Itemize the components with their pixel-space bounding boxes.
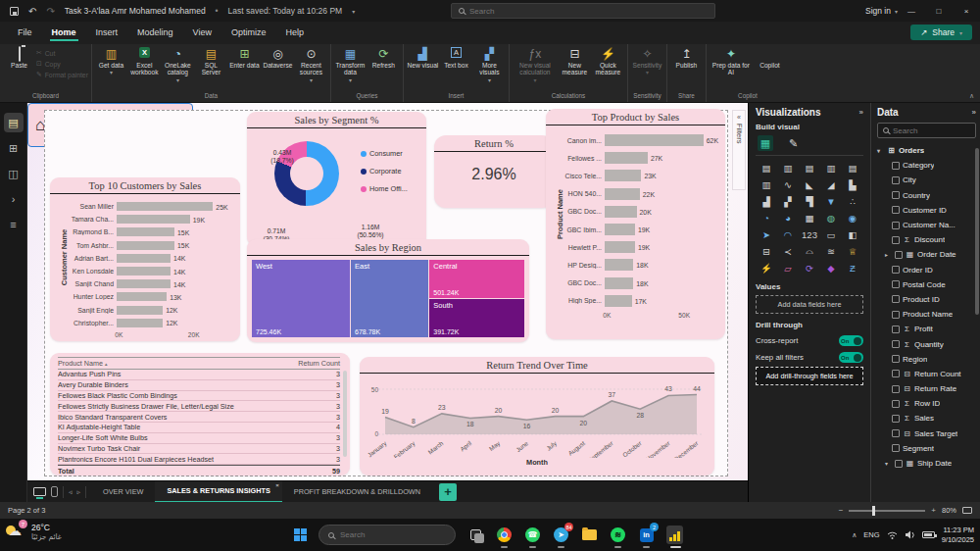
add-data-fields-dropzone[interactable]: Add data fields here — [756, 295, 863, 314]
table-row[interactable]: Fellowes Strictly Business Drawer File, … — [58, 401, 340, 412]
line-chart-visual-icon[interactable]: ∿ — [777, 176, 799, 192]
prep-data-for-ai-button[interactable]: ✦Prep data for AI — [710, 44, 753, 76]
field-checkbox[interactable] — [892, 400, 900, 408]
field-checkbox[interactable] — [895, 251, 903, 259]
undo-icon[interactable]: ↶ — [28, 6, 36, 17]
field-item-order-id[interactable]: Order ID — [877, 263, 976, 277]
save-icon[interactable] — [10, 7, 19, 16]
legend-item[interactable]: Home Offi... — [361, 184, 408, 193]
chrome-app-button[interactable] — [496, 526, 513, 543]
pie-chart-visual-icon[interactable]: ◔ — [756, 210, 777, 225]
table-row[interactable]: Longer-Life Soft White Bulbs3 — [58, 433, 340, 444]
maximize-button[interactable]: □ — [925, 0, 953, 22]
expand-filters-icon[interactable]: « — [737, 114, 741, 121]
recent-sources-button[interactable]: ⊙Recent sources▾ — [295, 44, 327, 83]
line-and-clustered-column-chart-visual-icon[interactable]: ▟ — [756, 193, 777, 209]
format-painter-button[interactable]: ✎Format painter — [36, 71, 88, 78]
table-row[interactable]: Advantus Push Pins3 — [58, 370, 340, 380]
report-view-button[interactable]: ▤ — [4, 113, 24, 132]
transform-data-button[interactable]: ▦Transform data▾ — [334, 44, 367, 83]
fields-search-box[interactable] — [877, 123, 976, 138]
fields-search-input[interactable] — [893, 126, 970, 135]
battery-icon[interactable] — [922, 531, 935, 538]
bar[interactable] — [117, 254, 171, 263]
table-scrollbar[interactable] — [343, 371, 347, 457]
field-checkbox[interactable] — [892, 191, 900, 199]
field-checkbox[interactable] — [892, 206, 900, 214]
new-visual-button[interactable]: ▟New visual — [407, 44, 439, 69]
table-row[interactable]: Avery Durable Binders3 — [58, 380, 340, 391]
data-pane-scrollbar[interactable] — [975, 148, 979, 315]
copilot-button[interactable]: Copilot — [754, 44, 786, 69]
expanded-chevron-icon[interactable]: ▾ — [885, 460, 892, 467]
copy-button[interactable]: ⊡Copy — [36, 60, 88, 68]
bar[interactable] — [117, 306, 163, 315]
weather-widget[interactable]: ☁ 7 26°C غائم جزئيًا — [5, 522, 62, 541]
treemap-visual-icon[interactable]: ▦ — [799, 210, 820, 225]
field-checkbox[interactable] — [892, 326, 900, 333]
shape-map-visual-icon[interactable]: ➤ — [756, 226, 777, 242]
ribbon-tab-help[interactable]: Help — [275, 24, 314, 42]
search-input[interactable] — [469, 7, 708, 16]
bar[interactable] — [605, 295, 632, 307]
quick-measure-button[interactable]: ⚡Quick measure — [592, 44, 624, 76]
paginated-report-visual-icon[interactable]: ⚡ — [756, 260, 777, 276]
taskbar-search-input[interactable] — [340, 530, 446, 539]
field-item-region[interactable]: Region — [877, 352, 976, 367]
linkedin-app-button[interactable]: in2 — [638, 526, 655, 543]
close-page-icon[interactable]: × — [275, 482, 279, 488]
field-item-profit[interactable]: ΣProfit — [877, 322, 976, 336]
field-item-row-id[interactable]: ΣRow ID — [877, 396, 976, 411]
next-page-icon[interactable]: ▹ — [77, 488, 81, 496]
map-visual-icon[interactable]: ◍ — [820, 210, 842, 225]
telegram-app-button[interactable]: ➤84 — [553, 526, 569, 543]
filters-pane-collapsed[interactable]: « Filters — [732, 110, 746, 190]
field-checkbox[interactable] — [892, 415, 900, 423]
field-item-country[interactable]: Country — [877, 188, 976, 203]
bar[interactable] — [605, 152, 648, 164]
zoom-out-button[interactable]: − — [839, 506, 844, 515]
metrics-visual-icon[interactable]: ♕ — [842, 243, 863, 259]
collapsed-chevron-icon[interactable]: ▸ — [885, 251, 892, 258]
cut-button[interactable]: ✂Cut — [36, 49, 88, 57]
page-tab-sales-returns-insights[interactable]: SALES & RETURNS INSIGHTS× — [155, 481, 281, 503]
stacked-area-chart-visual-icon[interactable]: ◢ — [820, 176, 842, 192]
power-automate-visual-icon[interactable]: ⟳ — [799, 260, 820, 276]
100-stacked-bar-chart-visual-icon[interactable]: ▤ — [842, 160, 863, 175]
bar[interactable] — [117, 267, 171, 276]
ribbon-tab-modeling[interactable]: Modeling — [127, 24, 183, 42]
field-item-sales-target[interactable]: ⊟Sales Target — [877, 426, 976, 441]
field-checkbox[interactable] — [892, 176, 900, 184]
multi-row-card-visual-icon[interactable]: 123 — [799, 226, 820, 242]
new-page-button[interactable]: + — [439, 483, 457, 501]
key-influencers-visual-icon[interactable]: ◆ — [820, 260, 842, 276]
field-checkbox[interactable] — [892, 355, 900, 363]
field-checkbox[interactable] — [892, 280, 900, 288]
top-10-customers-by-sales-visual[interactable]: Top 10 Customers by Sales Customer Name … — [50, 177, 240, 341]
paste-button[interactable]: Paste — [3, 44, 35, 69]
ribbon-tab-file[interactable]: File — [8, 24, 42, 42]
table-row[interactable]: Novimex Turbo Task Chair3 — [58, 444, 340, 455]
field-checkbox[interactable] — [895, 460, 903, 468]
bar[interactable] — [605, 134, 704, 146]
cross-report-toggle[interactable]: On — [839, 335, 863, 346]
scatter-chart-visual-icon[interactable]: ∴ — [842, 193, 863, 209]
keep-all-filters-toggle[interactable]: On — [839, 352, 863, 363]
card-visual-icon[interactable]: ▭ — [820, 226, 842, 242]
100-stacked-column-chart-visual-icon[interactable]: ▥ — [756, 176, 777, 192]
close-button[interactable]: × — [953, 0, 980, 22]
bar[interactable] — [117, 241, 174, 250]
text-box-button[interactable]: AText box — [440, 44, 472, 69]
legend-item[interactable]: Corporate — [361, 167, 408, 175]
zoom-in-button[interactable]: + — [931, 506, 936, 515]
qa-visual-icon[interactable]: ⌓ — [799, 243, 820, 259]
stacked-column-chart-visual-icon[interactable]: ▥ — [777, 160, 799, 175]
global-search-box[interactable] — [451, 3, 715, 19]
collapse-pane-icon[interactable]: » — [859, 108, 863, 117]
field-item-customer-na-[interactable]: Customer Na... — [877, 218, 976, 232]
power-apps-visual-icon[interactable]: ▱ — [777, 260, 799, 276]
ribbon-tab-optimize[interactable]: Optimize — [221, 24, 276, 42]
bar[interactable] — [605, 259, 633, 271]
azure-map-visual-icon[interactable]: ◠ — [777, 226, 799, 242]
field-item-discount[interactable]: ΣDiscount — [877, 232, 976, 247]
